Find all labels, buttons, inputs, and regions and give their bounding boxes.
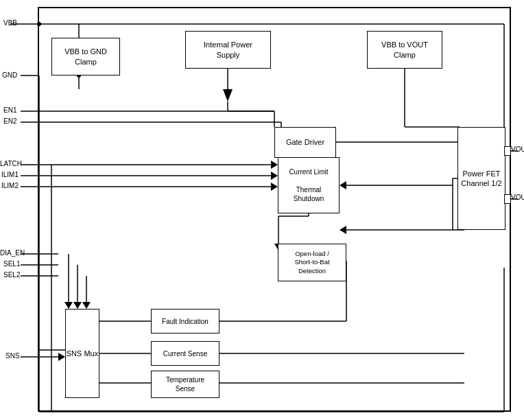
vout2-connector <box>504 194 511 204</box>
current-limit-thermal-block: Current Limit Thermal Shutdown <box>278 157 340 213</box>
fault-indication-block: Fault Indication <box>151 309 219 334</box>
ilim1-pin-label: ILIM1 <box>1 171 19 178</box>
vbb-vout-clamp-block: VBB to VOUT Clamp <box>367 31 442 69</box>
temperature-sense-block: Temperature Sense <box>151 371 219 398</box>
power-fet-block: Power FET Channel 1/2 <box>457 127 505 230</box>
internal-power-supply-block: Internal Power Supply <box>185 31 271 69</box>
en2-pin-label: EN2 <box>3 117 16 125</box>
vbb-pin-label: VBB <box>3 19 17 27</box>
open-load-block: Open-load / Short-to-Bat Detection <box>278 244 346 281</box>
gate-driver-block: Gate Driver <box>274 127 336 158</box>
latch-pin-label: LATCH <box>0 160 22 167</box>
en1-pin-label: EN1 <box>3 106 16 114</box>
vout1-connector <box>504 146 511 156</box>
sel2-pin-label: SEL2 <box>3 271 20 279</box>
sns-pin-label: SNS <box>5 352 20 360</box>
vbb-gnd-clamp-block: VBB to GND Clamp <box>51 38 120 75</box>
vout2-label: VOUT2 <box>511 194 524 201</box>
current-sense-block: Current Sense <box>151 341 219 366</box>
gnd-pin-label: GND <box>2 71 17 79</box>
vout1-label: VOUT1 <box>511 145 524 153</box>
dia-en-pin-label: DIA_EN <box>0 249 25 257</box>
sel1-pin-label: SEL1 <box>3 260 20 268</box>
sns-mux-block: SNS Mux <box>65 309 99 398</box>
diagram-container: VBB GND EN1 EN2 LATCH ILIM1 ILIM2 DIA_EN… <box>0 0 524 420</box>
ilim2-pin-label: ILIM2 <box>1 182 19 189</box>
